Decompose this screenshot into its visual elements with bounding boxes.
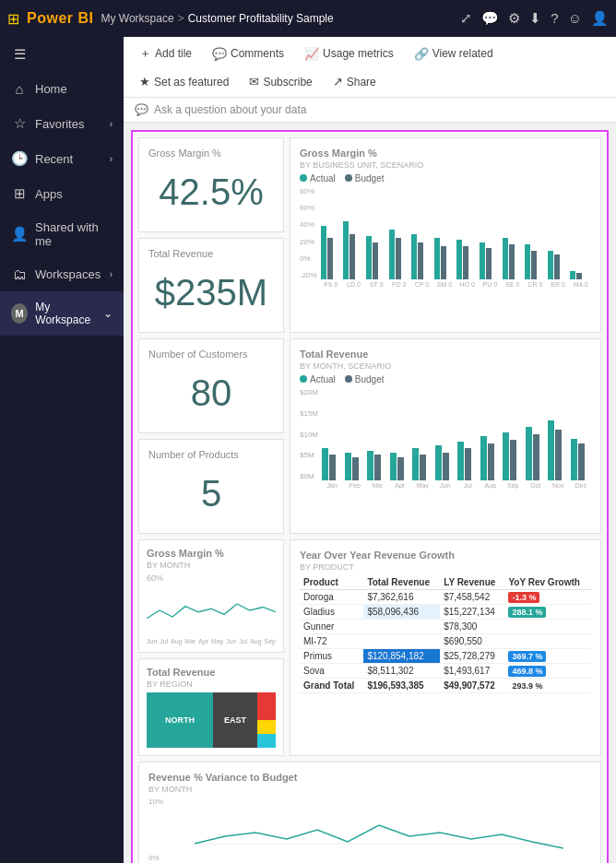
- yoy-header-row: Product Total Revenue LY Revenue YoY Rev…: [300, 575, 591, 590]
- settings-icon[interactable]: ⚙: [508, 10, 520, 27]
- tr-budget-bar: [443, 453, 449, 480]
- gm-x-label: SE 0: [503, 281, 524, 288]
- user-icon[interactable]: 👤: [591, 10, 609, 27]
- total-revenue-chart[interactable]: Total Revenue BY MONTH, SCENARIO Actual …: [290, 338, 601, 534]
- gm-bar-group: [321, 226, 342, 280]
- add-tile-label: Add tile: [155, 47, 192, 60]
- tr-budget-bar: [329, 455, 336, 480]
- sidebar-menu-toggle[interactable]: ☰: [0, 37, 124, 72]
- sidebar-item-workspaces[interactable]: 🗂 Workspaces ›: [0, 257, 124, 291]
- gm-budget-bar: [576, 273, 582, 279]
- yoy-total-cell: $120,854,182: [363, 649, 440, 664]
- gm-budget-bar: [486, 248, 492, 279]
- add-tile-button[interactable]: ＋ Add tile: [131, 41, 200, 66]
- tr-x-label: Oct: [526, 482, 547, 489]
- usage-metrics-button[interactable]: 📈 Usage metrics: [296, 42, 402, 65]
- yoy-growth-cell: [504, 634, 591, 649]
- subscribe-button[interactable]: ✉ Subscribe: [241, 70, 320, 93]
- sidebar-item-home[interactable]: ⌂ Home: [0, 72, 124, 106]
- content-area: ＋ Add tile 💬 Comments 📈 Usage metrics 🔗 …: [124, 37, 616, 863]
- tr-budget-bar: [397, 457, 404, 480]
- comments-icon: 💬: [212, 47, 227, 61]
- gm-budget-bar: [441, 246, 446, 279]
- favorites-arrow: ›: [110, 119, 113, 129]
- region-small-bars: [257, 692, 276, 748]
- kpi-left-col: Gross Margin % 42.5% Total Revenue $235M: [138, 137, 284, 333]
- yoy-product-cell: Grand Total: [300, 679, 363, 693]
- gm-actual-bar: [480, 242, 485, 280]
- row-3: Gross Margin % BY MONTH 60% JunJulAugMar…: [138, 539, 601, 756]
- tile-revenue-variance[interactable]: Revenue % Variance to Budget BY MONTH 10…: [138, 762, 601, 863]
- gm-budget-bar: [509, 244, 515, 279]
- sidebar-item-recent[interactable]: 🕒 Recent ›: [0, 141, 124, 176]
- set-featured-button[interactable]: ★ Set as featured: [131, 70, 237, 93]
- tile-total-revenue[interactable]: Total Revenue $235M: [138, 238, 284, 333]
- tr-bar-group: [457, 442, 479, 480]
- gm-x-label: CP 0: [411, 281, 432, 288]
- yoy-product-cell: Doroga: [300, 590, 363, 605]
- help-icon[interactable]: ?: [551, 10, 558, 27]
- tile-num-customers[interactable]: Number of Customers 80: [138, 338, 284, 433]
- sidebar-item-favorites[interactable]: ☆ Favorites ›: [0, 106, 124, 141]
- breadcrumb-sep: >: [178, 12, 184, 25]
- tile-num-products[interactable]: Number of Products 5: [138, 439, 284, 534]
- comments-button[interactable]: 💬 Comments: [204, 42, 292, 65]
- comment-icon[interactable]: 💬: [481, 10, 499, 27]
- view-related-label: View related: [432, 47, 493, 60]
- my-workspace-label: My Workspace: [35, 301, 96, 326]
- gross-margin-pct-value: 42.5%: [148, 162, 274, 222]
- main-layout: ☰ ⌂ Home ☆ Favorites › 🕒 Recent › ⊞ Apps…: [0, 37, 616, 863]
- tr-budget-bar: [374, 455, 381, 480]
- tile-revenue-region[interactable]: Total Revenue BY REGION NORTH EAST: [138, 658, 284, 756]
- tr-budget-bar: [578, 443, 585, 480]
- gross-margin-chart[interactable]: Gross Margin % BY BUSINESS UNIT, SCENARI…: [290, 137, 601, 333]
- metrics-icon: 📈: [304, 47, 319, 61]
- sidebar-item-apps[interactable]: ⊞ Apps: [0, 176, 124, 211]
- rv-title: Revenue % Variance to Budget: [148, 772, 591, 783]
- yoy-tile[interactable]: Year Over Year Revenue Growth BY PRODUCT…: [290, 539, 601, 756]
- tr-bar-group: [548, 420, 569, 480]
- gm-actual-bar: [343, 221, 349, 279]
- tr-x-labels: JanFebMarAprMayJunJulAugSepOctNovDec: [322, 482, 591, 489]
- yoy-ly-cell: $78,300: [440, 620, 504, 634]
- tr-x-label: Jun: [435, 482, 456, 489]
- workspace-link[interactable]: My Workspace: [101, 12, 173, 25]
- yoy-ly-cell: $49,907,572: [440, 679, 504, 693]
- gm-budget-bar: [327, 238, 333, 279]
- gross-margin-pct-title: Gross Margin %: [148, 148, 274, 159]
- gm-x-label: PU 0: [480, 281, 501, 288]
- gm-y-labels: 80%60%40%20%0%-20%: [300, 187, 321, 279]
- yoy-growth-cell: 293.9 %: [504, 679, 591, 693]
- share-button[interactable]: ↗ Share: [325, 70, 385, 93]
- yoy-table-row: Sova$8,511,302$1,493,617469.8 %: [300, 664, 591, 679]
- tr-actual-bar: [412, 448, 419, 480]
- gm-actual-bar: [434, 238, 440, 279]
- yoy-table-row: Gunner$78,300: [300, 620, 591, 634]
- tr-budget-bar: [555, 430, 562, 480]
- total-revenue-title: Total Revenue: [148, 248, 274, 259]
- gm-actual-bar: [411, 234, 417, 280]
- gm-bar-group: [434, 238, 456, 279]
- sidebar-my-workspace[interactable]: M My Workspace ⌄: [0, 291, 124, 336]
- download-icon[interactable]: ⬇: [529, 10, 541, 27]
- yoy-table-row: Doroga$7,362,616$7,458,542-1.3 %: [300, 590, 591, 605]
- gm-x-label: LD 0: [343, 281, 364, 288]
- expand-icon[interactable]: ⤢: [460, 10, 472, 27]
- share-icon: ↗: [333, 75, 343, 89]
- gm-budget-bar: [463, 246, 468, 279]
- favorites-icon: ☆: [11, 115, 28, 132]
- sidebar-item-shared[interactable]: 👤 Shared with me: [0, 211, 124, 257]
- apps-icon: ⊞: [11, 185, 28, 202]
- gmm-y-top: 60%: [147, 573, 276, 583]
- tile-gross-margin-pct[interactable]: Gross Margin % 42.5%: [138, 137, 284, 232]
- ask-placeholder[interactable]: Ask a question about your data: [154, 103, 306, 116]
- tr-x-label: Aug: [480, 482, 502, 489]
- tile-gm-month[interactable]: Gross Margin % BY MONTH 60% JunJulAugMar…: [138, 539, 284, 653]
- comments-label: Comments: [231, 47, 284, 60]
- gm-month-line-chart: [147, 583, 276, 638]
- view-related-button[interactable]: 🔗 View related: [406, 42, 502, 65]
- region-east: EAST: [213, 692, 257, 748]
- tr-x-label: Apr: [390, 482, 411, 489]
- yoy-table-row: Gladius$58,096,436$15,227,134288.1 %: [300, 605, 591, 620]
- emoji-icon[interactable]: ☺: [568, 10, 582, 27]
